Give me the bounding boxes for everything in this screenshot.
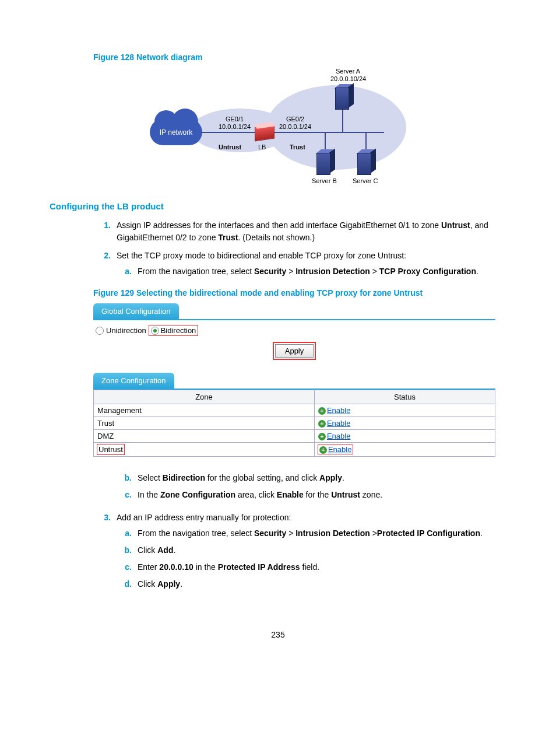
zone-column-header: Zone (94, 390, 315, 404)
step-2b-text: Select Bidirection for the global settin… (138, 472, 506, 484)
step-3-number: 3. (93, 512, 117, 595)
step-3c-letter: c. (117, 561, 138, 573)
server-c-label: Server C (353, 177, 378, 185)
step-1-text: Assign IP addresses for the interfaces a… (117, 219, 506, 244)
enable-link-management[interactable]: Enable (327, 406, 350, 415)
step-2-text: Set the TCP proxy mode to bidirectional … (117, 251, 406, 260)
server-a-label: Server A20.0.0.10/24 (330, 68, 365, 83)
server-b-label: Server B (312, 177, 337, 185)
step-2a-letter: a. (117, 265, 138, 278)
step-3a-text: From the navigation tree, select Securit… (138, 527, 506, 540)
step-3c-text: Enter 20.0.0.10 in the Protected IP Addr… (138, 561, 506, 573)
step-3d-letter: d. (117, 578, 138, 590)
ge01-label: GE0/110.0.0.1/24 (219, 116, 251, 131)
table-row: Untrust +Enable (94, 443, 495, 457)
section-heading: Configuring the LB product (50, 201, 506, 211)
zone-config-tab[interactable]: Zone Configuration (93, 373, 174, 388)
step-3-text: Add an IP address entry manually for pro… (117, 513, 291, 522)
step-3d-text: Click Apply. (138, 578, 506, 590)
unidirection-label: Unidirection (106, 326, 146, 335)
add-icon: + (318, 420, 326, 428)
step-2b-letter: b. (117, 472, 138, 484)
table-row: Trust +Enable (94, 417, 495, 430)
zone-table: Zone Status Management +Enable Trust +En… (93, 390, 495, 457)
figure-128-title: Figure 128 Network diagram (93, 52, 506, 62)
page-number: 235 (50, 630, 506, 639)
table-row: Management +Enable (94, 404, 495, 417)
table-row: DMZ +Enable (94, 430, 495, 443)
tcp-proxy-config-panel: Global Configuration Unidirection Bidire… (93, 303, 495, 457)
step-1-number: 1. (93, 219, 117, 244)
step-3b-letter: b. (117, 544, 138, 556)
unidirection-radio[interactable] (96, 327, 104, 335)
status-column-header: Status (314, 390, 495, 404)
figure-129-title: Figure 129 Selecting the bidirectional m… (93, 288, 506, 298)
ge02-label: GE0/220.0.0.1/24 (279, 116, 311, 131)
lb-router-icon (255, 125, 275, 142)
enable-link-untrust[interactable]: Enable (328, 445, 351, 454)
add-icon: + (318, 407, 326, 415)
step-3a-letter: a. (117, 527, 138, 540)
add-icon: + (319, 446, 327, 454)
add-icon: + (318, 433, 326, 440)
trust-label: Trust (290, 144, 305, 151)
step-2c-letter: c. (117, 489, 138, 501)
enable-link-trust[interactable]: Enable (327, 419, 350, 428)
step-2c-text: In the Zone Configuration area, click En… (138, 489, 506, 501)
enable-link-dmz[interactable]: Enable (327, 432, 350, 440)
apply-button[interactable]: Apply (275, 344, 314, 358)
ip-network-cloud: IP network (150, 119, 202, 145)
untrust-label: Untrust (219, 144, 241, 151)
server-a-icon (335, 84, 353, 108)
lb-label: LB (258, 144, 266, 151)
step-2-number: 2. (93, 250, 117, 282)
step-2a-text: From the navigation tree, select Securit… (138, 265, 506, 278)
server-c-icon (357, 149, 375, 174)
bidirection-radio[interactable] (151, 327, 159, 335)
global-config-tab[interactable]: Global Configuration (93, 303, 179, 319)
step-3b-text: Click Add. (138, 544, 506, 556)
server-b-icon (316, 149, 334, 174)
network-diagram: IP network Server A20.0.0.10/24 GE0/110.… (150, 68, 406, 187)
bidirection-label: Bidirection (161, 326, 196, 335)
